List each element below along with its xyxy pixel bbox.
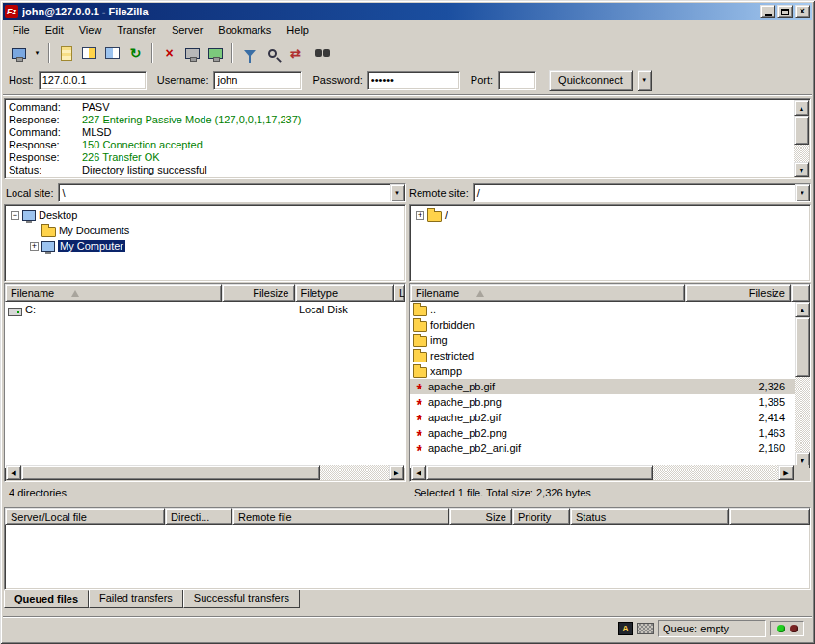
username-input[interactable] (213, 71, 302, 90)
close-button[interactable]: × (795, 5, 810, 18)
local-site-combo[interactable]: \ ▼ (58, 183, 406, 202)
column-header-last-modified[interactable]: L (394, 284, 405, 302)
cancel-button[interactable]: × (158, 42, 180, 65)
queue-status-panel: Queue: empty (658, 620, 766, 637)
synchronized-browsing-button[interactable]: ⇄ (285, 42, 307, 65)
toggle-remote-tree-button[interactable] (101, 42, 123, 65)
tab-failed-transfers[interactable]: Failed transfers (89, 590, 183, 608)
file-name: apache_pb.gif (428, 381, 495, 392)
disconnect-button[interactable] (181, 42, 204, 65)
tree-item-label-selected: My Computer (58, 240, 125, 252)
reconnect-button[interactable] (204, 42, 227, 65)
expand-icon[interactable]: + (416, 211, 424, 220)
filter-button[interactable] (238, 42, 260, 65)
tree-item-my-computer[interactable]: + My Computer (7, 238, 403, 254)
scroll-left-button[interactable]: ◀ (411, 465, 426, 480)
file-row[interactable]: *apache_pb2.gif 2,414 (410, 410, 795, 425)
column-header-status[interactable]: Status (570, 508, 729, 525)
minimize-button[interactable] (760, 5, 775, 18)
column-header-filename[interactable]: Filename (5, 284, 222, 302)
expander-spacer (30, 227, 39, 235)
title-bar[interactable]: Fz john@127.0.0.1 - FileZilla × (3, 3, 812, 20)
tab-queued-files[interactable]: Queued files (4, 590, 89, 608)
site-manager-dropdown[interactable]: ▼ (31, 42, 43, 65)
scrollbar-corner (794, 465, 809, 480)
file-row[interactable]: img (410, 333, 795, 348)
local-horizontal-scrollbar[interactable]: ◀ ▶ (6, 465, 404, 480)
scroll-up-button[interactable]: ▲ (795, 302, 810, 317)
folder-icon (413, 367, 427, 378)
folder-icon (427, 211, 442, 222)
close-icon: × (800, 7, 805, 16)
column-header-priority[interactable]: Priority (512, 508, 570, 525)
file-row[interactable]: *apache_pb.png 1,385 (410, 394, 795, 410)
quickconnect-button[interactable]: Quickconnect (549, 70, 633, 91)
file-row[interactable]: restricted (410, 348, 795, 363)
host-input[interactable] (39, 71, 147, 90)
scroll-down-button[interactable]: ▼ (794, 162, 809, 177)
file-row[interactable]: xampp (410, 363, 795, 379)
column-header-filesize[interactable]: Filesize (685, 284, 791, 302)
expand-icon[interactable]: + (30, 242, 39, 251)
port-label: Port: (471, 74, 493, 86)
column-header-filename[interactable]: Filename (410, 284, 685, 302)
scrollbar-thumb[interactable] (21, 465, 320, 480)
password-input[interactable] (367, 71, 460, 90)
combo-dropdown-button[interactable]: ▼ (390, 184, 405, 201)
file-row[interactable]: forbidden (410, 317, 795, 333)
collapse-icon[interactable]: − (11, 211, 19, 220)
remote-site-combo[interactable]: / ▼ (473, 183, 811, 202)
scrollbar-thumb[interactable] (795, 317, 810, 377)
quickconnect-dropdown[interactable]: ▼ (638, 70, 652, 91)
menu-server[interactable]: Server (164, 21, 210, 39)
file-row[interactable]: *apache_pb2.png 1,463 (410, 425, 795, 441)
refresh-button[interactable]: ↻ (124, 42, 147, 65)
port-input[interactable] (498, 71, 536, 90)
log-line: Command:PASV (9, 101, 791, 114)
file-size: 1,385 (685, 396, 791, 408)
site-manager-button[interactable] (8, 42, 30, 65)
scrollbar-thumb[interactable] (794, 116, 809, 145)
maximize-button[interactable] (777, 5, 793, 18)
scroll-right-button[interactable]: ▶ (389, 465, 404, 480)
queue-header: Server/Local file Directi... Remote file… (5, 508, 810, 525)
log-label: Response: (9, 139, 82, 151)
tree-item-root[interactable]: + / (412, 207, 808, 223)
column-header-size[interactable]: Size (449, 508, 512, 525)
file-row[interactable]: *apache_pb2_ani.gif 2,160 (410, 441, 795, 456)
column-header-filetype[interactable]: Filetype (295, 284, 394, 302)
scroll-left-button[interactable]: ◀ (6, 465, 21, 480)
folder-icon (413, 321, 427, 332)
file-row[interactable]: C: Local Disk (5, 302, 405, 317)
file-row-selected[interactable]: *apache_pb.gif 2,326 (410, 379, 795, 394)
column-header-direction[interactable]: Directi... (165, 508, 232, 525)
column-label: Filename (11, 287, 54, 299)
scrollbar-thumb[interactable] (426, 465, 653, 480)
menu-edit[interactable]: Edit (38, 21, 71, 39)
column-header-remote-file[interactable]: Remote file (232, 508, 449, 525)
combo-dropdown-button[interactable]: ▼ (795, 184, 810, 201)
toggle-local-tree-button[interactable] (78, 42, 100, 65)
column-header-server-local-file[interactable]: Server/Local file (5, 508, 165, 525)
menu-bookmarks[interactable]: Bookmarks (210, 21, 279, 39)
log-scrollbar[interactable]: ▲ ▼ (794, 100, 809, 177)
scroll-right-button[interactable]: ▶ (778, 465, 794, 480)
remote-horizontal-scrollbar[interactable]: ◀ ▶ (411, 465, 794, 480)
menu-view[interactable]: View (71, 21, 110, 39)
menu-file[interactable]: File (5, 21, 38, 39)
scroll-up-button[interactable]: ▲ (794, 100, 809, 116)
directory-comparison-button[interactable] (261, 42, 284, 65)
tab-successful-transfers[interactable]: Successful transfers (183, 590, 300, 608)
file-row[interactable]: .. (410, 302, 795, 317)
tree-item-desktop[interactable]: − Desktop (7, 207, 403, 223)
find-files-button[interactable] (308, 42, 330, 65)
toggle-message-log-button[interactable] (55, 42, 77, 65)
send-led-icon (790, 625, 798, 632)
column-header-filesize[interactable]: Filesize (222, 284, 295, 302)
remote-vertical-scrollbar[interactable]: ▲ ▼ (795, 302, 810, 468)
broken-image-file-icon: * (413, 417, 425, 423)
tree-item-my-documents[interactable]: My Documents (7, 223, 403, 238)
file-name: apache_pb2.png (428, 427, 507, 439)
menu-help[interactable]: Help (279, 21, 316, 39)
menu-transfer[interactable]: Transfer (109, 21, 164, 39)
